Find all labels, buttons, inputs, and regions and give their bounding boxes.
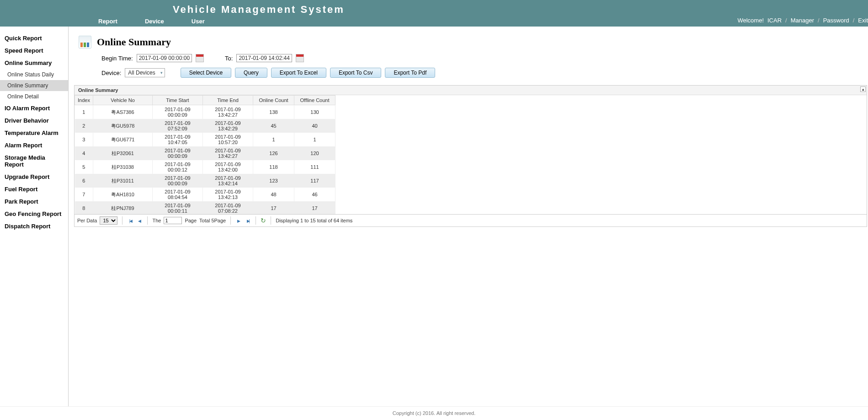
app-title: Vehicle Management System: [173, 4, 345, 16]
sidebar-item-online-summary[interactable]: Online Summary: [0, 57, 68, 69]
cell: 2017-01-09 10:57:20: [203, 133, 253, 146]
cell: 4: [75, 146, 93, 160]
cell: 粤GU6771: [93, 133, 153, 146]
separator: /: [785, 17, 787, 24]
exit-link[interactable]: Exit: [858, 17, 868, 24]
sidebar-item-speed-report[interactable]: Speed Report: [0, 44, 68, 57]
sidebar-item-online-detail[interactable]: Online Detail: [0, 91, 68, 102]
col-index[interactable]: Index: [75, 96, 93, 105]
filter-row-time: Begin Time: 2017-01-09 00:00:00 To: 2017…: [74, 51, 868, 65]
begin-time-input[interactable]: 2017-01-09 00:00:00: [137, 54, 192, 62]
page-label: Page: [185, 218, 197, 223]
sidebar-item-fuel-report[interactable]: Fuel Report: [0, 183, 68, 195]
cell: 1: [75, 105, 93, 119]
sidebar-item-geo-fencing-report[interactable]: Geo Fencing Report: [0, 208, 68, 220]
cell: 粤AS7386: [93, 105, 153, 119]
cell: 5: [75, 160, 93, 174]
table-row[interactable]: 2粤GU59782017-01-09 07:52:092017-01-09 13…: [75, 119, 335, 133]
query-button[interactable]: Query: [235, 68, 267, 78]
cell: 120: [294, 146, 335, 160]
export-excel-button[interactable]: Export To Excel: [271, 68, 326, 78]
sidebar-item-alarm-report[interactable]: Alarm Report: [0, 139, 68, 151]
cell: 3: [75, 133, 93, 146]
password-link[interactable]: Password: [823, 17, 849, 24]
sidebar-item-online-status-daily[interactable]: Online Status Daily: [0, 69, 68, 80]
pager-next-button[interactable]: [235, 217, 242, 224]
page-number-input[interactable]: [164, 217, 182, 224]
page-head: Online Summary: [74, 31, 868, 51]
sidebar: Quick ReportSpeed ReportOnline SummaryOn…: [0, 27, 69, 406]
select-device-button[interactable]: Select Device: [181, 68, 231, 78]
col-vehicle-no[interactable]: Vehicle No: [93, 96, 153, 105]
separator: /: [853, 17, 855, 24]
pager-status: Displaying 1 to 15 total of 64 items: [276, 218, 352, 223]
cell: 2017-01-09 07:52:09: [153, 119, 203, 133]
the-label: The: [152, 218, 161, 223]
copyright-text: Copyright (c) 2016. All right reserved.: [393, 410, 476, 416]
pager-divider: [147, 216, 148, 225]
begin-time-label: Begin Time:: [101, 55, 133, 62]
welcome-user[interactable]: ICAR: [767, 17, 782, 24]
table-row[interactable]: 1粤AS73862017-01-09 00:00:092017-01-09 13…: [75, 105, 335, 119]
col-online-count[interactable]: Online Count: [253, 96, 294, 105]
sidebar-item-dispatch-report[interactable]: Dispatch Report: [0, 220, 68, 232]
pager-divider: [271, 216, 271, 225]
footer: Copyright (c) 2016. All right reserved.: [0, 406, 868, 420]
sidebar-item-temperature-alarm[interactable]: Temperature Alarm: [0, 127, 68, 139]
cell: 2017-01-09 10:47:05: [153, 133, 203, 146]
pager-divider: [230, 216, 231, 225]
sidebar-item-io-alarm-report[interactable]: IO Alarm Report: [0, 102, 68, 114]
col-time-end[interactable]: Time End: [203, 96, 253, 105]
col-offline-count[interactable]: Offline Count: [294, 96, 335, 105]
grid-scroll[interactable]: IndexVehicle NoTime StartTime EndOnline …: [75, 95, 867, 214]
refresh-icon[interactable]: ↻: [261, 217, 266, 224]
pager-first-button[interactable]: [127, 217, 133, 224]
welcome-label: Welcome!: [737, 17, 764, 24]
sidebar-item-online-summary[interactable]: Online Summary: [0, 80, 68, 91]
export-pdf-button[interactable]: Export To Pdf: [385, 68, 435, 78]
calendar-icon[interactable]: [296, 54, 304, 62]
collapse-icon[interactable]: ▴: [860, 86, 866, 92]
table-row[interactable]: 5桂P310382017-01-09 00:00:122017-01-09 13…: [75, 160, 335, 174]
nav-device[interactable]: Device: [145, 18, 164, 25]
app-header: Vehicle Management System Report Device …: [0, 0, 868, 27]
separator: /: [818, 17, 820, 24]
cell: 7: [75, 188, 93, 201]
cell: 1: [294, 133, 335, 146]
sidebar-item-driver-behavior[interactable]: Driver Behavior: [0, 114, 68, 127]
device-select[interactable]: All Devices: [125, 68, 165, 77]
table-row[interactable]: 4桂P320612017-01-09 00:00:092017-01-09 13…: [75, 146, 335, 160]
cell: 2017-01-09 00:00:09: [153, 146, 203, 160]
cell: 桂P31011: [93, 174, 153, 188]
per-page-select[interactable]: 15: [100, 216, 117, 225]
to-label: To:: [225, 55, 233, 62]
sidebar-item-quick-report[interactable]: Quick Report: [0, 32, 68, 44]
calendar-icon[interactable]: [196, 54, 204, 62]
table-row[interactable]: 8桂PNJ7892017-01-09 00:00:112017-01-09 07…: [75, 201, 335, 214]
cell: 2017-01-09 00:00:12: [153, 160, 203, 174]
cell: 2017-01-09 07:08:22: [203, 201, 253, 214]
table-row[interactable]: 7粤AH18102017-01-09 08:04:542017-01-09 13…: [75, 188, 335, 201]
welcome-role[interactable]: Manager: [791, 17, 814, 24]
pager-bar: Per Data 15 The Page Total 5Page ↻ Displ…: [75, 214, 867, 226]
col-time-start[interactable]: Time Start: [153, 96, 203, 105]
sidebar-item-storage-media-report[interactable]: Storage Media Report: [0, 151, 68, 171]
table-row[interactable]: 3粤GU67712017-01-09 10:47:052017-01-09 10…: [75, 133, 335, 146]
pager-last-button[interactable]: [245, 217, 251, 224]
page-title: Online Summary: [97, 36, 171, 48]
to-time-input[interactable]: 2017-01-09 14:02:44: [236, 54, 292, 62]
nav-report[interactable]: Report: [98, 18, 117, 25]
sidebar-item-upgrade-report[interactable]: Upgrade Report: [0, 171, 68, 183]
cell: 45: [253, 119, 294, 133]
cell: 2017-01-09 00:00:09: [153, 174, 203, 188]
export-csv-button[interactable]: Export To Csv: [330, 68, 381, 78]
nav-user[interactable]: User: [192, 18, 205, 25]
cell: 桂P32061: [93, 146, 153, 160]
sidebar-item-park-report[interactable]: Park Report: [0, 195, 68, 208]
table-row[interactable]: 6桂P310112017-01-09 00:00:092017-01-09 13…: [75, 174, 335, 188]
cell: 17: [253, 201, 294, 214]
device-label: Device:: [101, 70, 121, 76]
pager-divider: [122, 216, 122, 225]
cell: 桂PNJ789: [93, 201, 153, 214]
pager-prev-button[interactable]: [136, 217, 143, 224]
